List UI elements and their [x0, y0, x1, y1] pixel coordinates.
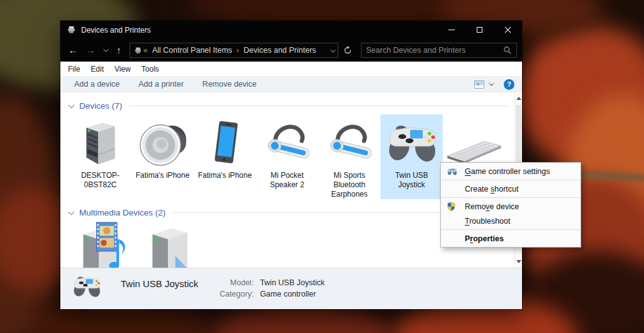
refresh-button[interactable] — [338, 46, 357, 55]
menu-separator — [441, 229, 580, 230]
device-label: Fatima's iPhone — [198, 171, 252, 180]
address-dropdown-button[interactable] — [330, 46, 334, 55]
menu-item-label: Remove device — [465, 202, 519, 211]
remove-device-button[interactable]: Remove device — [203, 80, 257, 89]
model-label: Model: — [214, 277, 253, 288]
category-label: Category: — [214, 288, 253, 300]
gamepad-icon — [447, 167, 462, 175]
command-toolbar: Add a device Add a printer Remove device… — [60, 76, 522, 92]
bluetooth-headset-icon — [319, 116, 380, 168]
menu-item-game-controller-settings[interactable]: Game controller settings — [441, 164, 580, 178]
breadcrumb-item-control-panel[interactable]: All Control Panel Items — [152, 46, 232, 55]
menu-item-label: Properties — [465, 234, 504, 243]
category-value: Game controller — [260, 288, 316, 300]
menu-item-label: Troubleshoot — [465, 217, 511, 226]
context-menu: Game controller settings Create shortcut… — [440, 162, 581, 248]
section-divider — [128, 106, 509, 106]
title-bar: Devices and Printers — [60, 21, 522, 39]
device-tile-twin-usb-joystick[interactable]: Twin USB Joystick — [380, 114, 443, 199]
breadcrumb-root-glyph: « — [143, 46, 148, 55]
menu-bar: File Edit View Tools — [60, 62, 522, 76]
search-icon[interactable] — [503, 46, 512, 55]
chevron-down-icon — [489, 80, 494, 85]
menu-item-label: Create shortcut — [465, 185, 518, 194]
triangle-down-icon — [516, 260, 521, 263]
keyboard-icon — [444, 116, 504, 168]
menu-item-troubleshoot[interactable]: Troubleshoot — [441, 214, 580, 228]
close-button[interactable] — [494, 21, 522, 39]
selected-device-name: Twin USB Joystick — [121, 278, 198, 289]
printer-icon — [67, 25, 76, 35]
chevron-down-icon — [69, 209, 75, 215]
chevron-down-icon — [69, 102, 75, 108]
gamepad-icon — [382, 116, 442, 168]
media-tower-music-icon — [75, 221, 133, 268]
device-label: Fatima's iPhone — [136, 171, 190, 180]
maximize-button[interactable] — [465, 21, 494, 39]
close-icon — [504, 26, 511, 33]
menu-edit[interactable]: Edit — [91, 65, 104, 74]
device-tile-speaker[interactable]: Fatima's iPhone — [131, 114, 194, 199]
change-view-button[interactable] — [474, 80, 492, 89]
device-tile-mi-sports-earphones[interactable]: Mi Sports Bluetooth Earphones — [318, 114, 380, 199]
add-printer-button[interactable]: Add a printer — [138, 80, 184, 89]
add-device-button[interactable]: Add a device — [74, 80, 119, 89]
address-bar[interactable]: « All Control Panel Items › Devices and … — [130, 43, 338, 58]
menu-separator — [441, 180, 580, 180]
search-box — [361, 43, 517, 58]
model-value: Twin USB Joystick — [260, 277, 325, 288]
speaker-icon — [133, 116, 193, 168]
uac-shield-icon — [447, 202, 462, 211]
menu-file[interactable]: File — [68, 65, 80, 74]
scroll-up-button[interactable] — [514, 94, 522, 103]
recent-locations-button[interactable] — [99, 48, 111, 52]
menu-item-remove-device[interactable]: Remove device — [441, 199, 580, 214]
smartphone-icon — [195, 116, 255, 168]
media-device-tile[interactable] — [69, 221, 138, 268]
chevron-down-icon — [103, 46, 108, 52]
device-tile-desktop[interactable]: DESKTOP-0BST82C — [69, 114, 131, 199]
device-tile-phone[interactable]: Fatima's iPhone — [194, 114, 256, 199]
up-button[interactable]: ↑ — [111, 43, 127, 58]
media-device-tile[interactable] — [138, 221, 208, 268]
back-button[interactable]: ← — [64, 43, 82, 58]
device-label: Mi Pocket Speaker 2 — [257, 171, 318, 190]
menu-item-label: Game controller settings — [465, 167, 550, 176]
device-details: Model: Twin USB Joystick Category: Game … — [214, 277, 325, 300]
window-title: Devices and Printers — [81, 26, 151, 35]
computer-tower-icon — [70, 116, 131, 168]
device-label: Mi Sports Bluetooth Earphones — [319, 171, 380, 199]
printer-icon — [134, 46, 142, 55]
device-tile-mi-pocket-speaker[interactable]: Mi Pocket Speaker 2 — [256, 114, 318, 199]
scroll-down-button[interactable] — [514, 257, 522, 266]
maximize-icon — [477, 27, 482, 33]
menu-separator — [441, 197, 580, 198]
device-label: Twin USB Joystick — [382, 171, 442, 190]
navigation-bar: ← → ↑ « All Control Panel Items › Device… — [60, 39, 522, 62]
section-label: Devices (7) — [79, 101, 122, 111]
forward-button[interactable]: → — [82, 43, 99, 58]
breadcrumb-item-devices-printers[interactable]: Devices and Printers — [243, 46, 316, 55]
menu-tools[interactable]: Tools — [142, 65, 159, 74]
chevron-down-icon — [330, 47, 335, 52]
refresh-icon — [343, 46, 352, 55]
minimize-button[interactable] — [437, 21, 465, 39]
menu-item-create-shortcut[interactable]: Create shortcut — [441, 182, 580, 196]
triangle-up-icon — [516, 97, 521, 100]
section-label: Multimedia Devices (2) — [79, 208, 165, 217]
media-tower-icon — [144, 221, 202, 268]
help-button[interactable]: ? — [504, 79, 514, 90]
search-input[interactable] — [366, 46, 503, 55]
section-header-devices[interactable]: Devices (7) — [60, 92, 522, 114]
gamepad-icon — [70, 273, 103, 301]
status-bar: Twin USB Joystick Model: Twin USB Joysti… — [60, 268, 522, 309]
menu-item-properties[interactable]: Properties — [441, 231, 580, 246]
minimize-icon — [448, 30, 455, 30]
question-mark-icon: ? — [507, 80, 511, 88]
view-thumbnail-icon — [474, 80, 484, 89]
bluetooth-headset-icon — [257, 116, 318, 168]
device-label: DESKTOP-0BST82C — [70, 171, 131, 190]
breadcrumb-separator: › — [236, 46, 239, 55]
menu-view[interactable]: View — [114, 65, 131, 74]
